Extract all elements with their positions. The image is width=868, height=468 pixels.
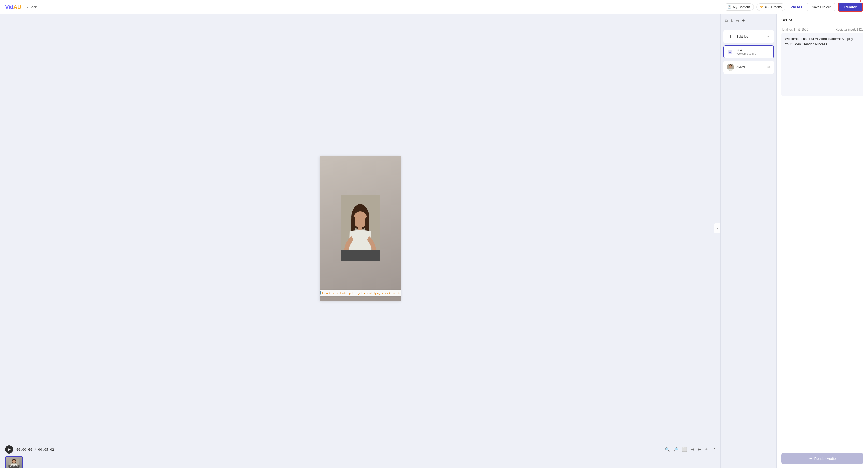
trim-right-icon[interactable]: ⊢ <box>698 447 701 452</box>
warning-banner: ℹ️ It's not the final video yet. To get … <box>319 290 401 296</box>
timeline-thumbnail[interactable]: 00:05.02 <box>5 456 23 468</box>
save-project-label: Save Project <box>812 5 831 9</box>
script-panel-title: Script <box>781 18 792 22</box>
credits-icon: ❤ <box>760 5 763 9</box>
save-project-button[interactable]: Save Project <box>807 3 835 11</box>
canvas-expand-button[interactable]: › <box>714 223 720 233</box>
layer-subtitles-text: Subtitles <box>737 35 765 38</box>
layers-list: T Subtitles 👁 Script <box>721 28 776 468</box>
main-layout: ℹ️ It's not the final video yet. To get … <box>0 14 868 468</box>
svg-point-10 <box>12 460 16 463</box>
credits-button[interactable]: ❤ 485 Credits <box>756 3 785 11</box>
script-textarea-wrap <box>777 33 868 453</box>
zoom-out-icon[interactable]: 🔍 <box>665 447 670 452</box>
script-panel: Script Total text limit: 1500 Residual i… <box>776 14 868 468</box>
render-btn-wrapper: Render <box>838 3 863 12</box>
timeline-tools: 🔍 🔍 ⬜ ⊣ ⊢ + 🗑 <box>665 447 715 452</box>
timeline-controls: ▶ 00:00.00 / 00:05.02 🔍 🔍 ⬜ ⊣ ⊢ + 🗑 <box>0 443 720 456</box>
canvas-area: ℹ️ It's not the final video yet. To get … <box>0 14 720 468</box>
timeline-area: ▶ 00:00.00 / 00:05.02 🔍 🔍 ⬜ ⊣ ⊢ + 🗑 <box>0 443 720 468</box>
script-panel-header: Script <box>777 14 868 25</box>
svg-rect-6 <box>359 226 362 231</box>
canvas-frame: ℹ️ It's not the final video yet. To get … <box>319 156 401 301</box>
time-display: 00:00.00 / 00:05.02 <box>16 448 54 451</box>
sidebar-tools: ⧉ ⬍ ⬌ + 🗑 <box>721 14 776 28</box>
fit-view-icon[interactable]: ⬜ <box>682 447 687 452</box>
my-content-button[interactable]: 🕐 My Content <box>723 3 753 11</box>
render-audio-button[interactable]: ✦ Render Audio <box>781 453 863 464</box>
align-icon[interactable]: ⬍ <box>730 18 734 23</box>
time-total: 00:05.02 <box>38 448 54 451</box>
my-content-icon: 🕐 <box>727 5 732 9</box>
time-current: 00:00.00 <box>16 448 32 451</box>
avatar-layer-title: Avatar <box>737 65 765 69</box>
zoom-in-icon[interactable]: 🔍 <box>673 447 679 452</box>
subtitles-type-icon: T <box>727 33 734 40</box>
layer-avatar-text: Avatar <box>737 65 765 69</box>
script-meta: Total text limit: 1500 Residual input: 1… <box>777 25 868 33</box>
header: VidAU ‹ Back 🕐 My Content ❤ 485 Credits … <box>0 0 868 14</box>
script-type-icon <box>727 48 734 56</box>
copy-icon[interactable]: ⧉ <box>725 19 727 23</box>
layer-script-text: Script Welcome to u... <box>737 49 770 55</box>
render-audio-stars-icon: ✦ <box>809 456 812 461</box>
layer-avatar[interactable]: Avatar 👁 <box>723 61 774 74</box>
residual-input: Residual input: 1425 <box>836 28 863 31</box>
render-audio-label: Render Audio <box>814 457 836 461</box>
subtitles-visibility-icon[interactable]: 👁 <box>767 35 770 39</box>
my-content-label: My Content <box>733 5 750 9</box>
timeline-track-area: 00:05.02 <box>0 456 720 468</box>
delete-clip-icon[interactable]: 🗑 <box>711 447 715 452</box>
warning-text: It's not the final video yet. To get acc… <box>322 291 401 294</box>
avatar-video <box>319 156 401 301</box>
back-chevron-icon: ‹ <box>27 5 28 9</box>
distribute-icon[interactable]: ⬌ <box>736 18 739 23</box>
layer-subtitles[interactable]: T Subtitles 👁 <box>723 30 774 43</box>
svg-rect-7 <box>341 250 380 261</box>
avatar-visibility-icon[interactable]: 👁 <box>767 65 770 69</box>
avatar-thumbnail <box>727 64 734 71</box>
render-button[interactable]: Render <box>838 3 863 12</box>
vidau-brand-label: VidAU <box>788 4 804 10</box>
header-right: 🕐 My Content ❤ 485 Credits VidAU Save Pr… <box>723 3 863 12</box>
logo: VidAU <box>5 4 21 10</box>
add-layer-icon[interactable]: + <box>742 18 745 24</box>
credits-label: 485 Credits <box>765 5 781 9</box>
render-label: Render <box>844 5 857 9</box>
svg-point-17 <box>729 65 732 68</box>
back-label: Back <box>29 5 37 9</box>
subtitles-title: Subtitles <box>737 35 765 38</box>
right-sidebar: ⧉ ⬍ ⬌ + 🗑 T Subtitles 👁 <box>720 14 776 468</box>
script-layer-subtitle: Welcome to u... <box>737 52 770 55</box>
avatar-figure <box>341 195 380 261</box>
warning-icon: ℹ️ <box>319 291 321 294</box>
play-button[interactable]: ▶ <box>5 445 13 454</box>
trim-left-icon[interactable]: ⊣ <box>691 447 694 452</box>
add-clip-icon[interactable]: + <box>705 447 708 452</box>
thumb-duration: 00:05.02 <box>8 465 19 468</box>
play-icon: ▶ <box>8 448 11 451</box>
script-layer-title: Script <box>737 49 770 52</box>
time-separator: / <box>34 448 38 451</box>
total-text-limit: Total text limit: 1500 <box>781 28 808 31</box>
layer-script[interactable]: Script Welcome to u... <box>723 45 774 59</box>
canvas-content: ℹ️ It's not the final video yet. To get … <box>0 14 720 443</box>
delete-layer-icon[interactable]: 🗑 <box>747 19 751 23</box>
back-button[interactable]: ‹ Back <box>27 5 37 9</box>
script-textarea[interactable] <box>781 33 863 96</box>
